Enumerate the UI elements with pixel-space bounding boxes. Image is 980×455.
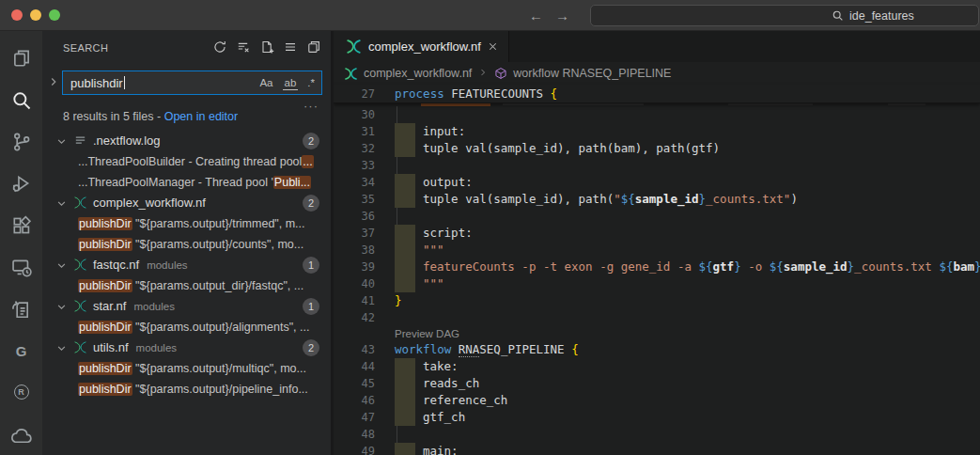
line-number[interactable]: 27 bbox=[334, 85, 375, 103]
back-button[interactable]: ← bbox=[529, 8, 543, 24]
files-icon[interactable] bbox=[0, 38, 42, 79]
code-line[interactable]: 37script: bbox=[334, 225, 980, 242]
code-line[interactable]: 33 bbox=[334, 157, 980, 174]
open-search-editor-icon[interactable] bbox=[305, 39, 321, 55]
line-number[interactable]: 49 bbox=[334, 443, 375, 455]
line-number[interactable]: 37 bbox=[334, 225, 375, 242]
extensions-icon[interactable] bbox=[0, 205, 42, 246]
search-result-match-row[interactable]: publishDir "${params.output}/counts", mo… bbox=[42, 234, 331, 255]
line-number[interactable]: 35 bbox=[334, 191, 375, 208]
code-line[interactable]: 31input: bbox=[334, 123, 980, 140]
minimize-window-button[interactable] bbox=[30, 9, 41, 21]
search-result-file-row[interactable]: complex_workflow.nf2 bbox=[42, 193, 331, 213]
code-line[interactable]: 35tuple val(sample_id), path("${sample_i… bbox=[334, 191, 980, 208]
match-context-after: "${params.output}/multiqc", mo... bbox=[132, 362, 306, 375]
traffic-lights bbox=[11, 9, 60, 21]
line-number[interactable]: 31 bbox=[334, 123, 375, 140]
regex-button[interactable]: .* bbox=[305, 76, 317, 89]
whole-word-button[interactable]: ab bbox=[283, 76, 299, 90]
new-search-editor-icon[interactable] bbox=[258, 39, 274, 55]
file-history-icon[interactable] bbox=[0, 288, 42, 329]
tab-complex-workflow[interactable]: complex_workflow.nf bbox=[334, 31, 509, 62]
code-line[interactable]: 49main: bbox=[334, 443, 980, 455]
clear-search-results-icon[interactable] bbox=[235, 39, 251, 55]
codelens-preview-dag[interactable]: Preview DAG bbox=[395, 326, 459, 341]
line-number[interactable]: 39 bbox=[334, 259, 375, 275]
code-line[interactable]: 30 bbox=[334, 106, 980, 123]
search-result-match-row[interactable]: publishDir "${params.output}/pipeline_in… bbox=[42, 379, 331, 400]
close-tab-icon[interactable] bbox=[487, 40, 499, 53]
code-line[interactable]: 40""" bbox=[334, 275, 980, 292]
code-line[interactable]: 45reads_ch bbox=[334, 375, 980, 392]
code-line[interactable]: 47gtf_ch bbox=[334, 409, 980, 426]
search-result-match-row[interactable]: publishDir "${params.output}/alignments"… bbox=[42, 317, 331, 337]
file-name: utils.nfmodules bbox=[93, 340, 177, 354]
search-result-file-row[interactable]: .nextflow.log2 bbox=[42, 131, 331, 151]
line-number[interactable]: 43 bbox=[334, 341, 375, 358]
search-result-match-row[interactable]: ...ThreadPoolBuilder - Creating thread p… bbox=[42, 151, 331, 172]
code-line[interactable]: 42 bbox=[334, 309, 980, 326]
breadcrumb-symbol[interactable]: workflow RNASEQ_PIPELINE bbox=[513, 67, 671, 80]
search-input[interactable]: publishdir Aaab.* bbox=[62, 71, 322, 95]
cloud-icon[interactable] bbox=[0, 414, 42, 455]
forward-button[interactable]: → bbox=[555, 8, 569, 24]
line-number[interactable]: 47 bbox=[334, 409, 375, 426]
line-number[interactable]: 32 bbox=[334, 140, 375, 157]
code-line[interactable]: 39featureCounts -p -t exon -g gene_id -a… bbox=[334, 259, 980, 275]
chevron-down-icon[interactable] bbox=[54, 259, 69, 275]
code-line[interactable]: 27process FEATURECOUNTS { bbox=[334, 85, 980, 103]
code-line[interactable]: 38""" bbox=[334, 242, 980, 259]
match-highlight: publishDir bbox=[78, 383, 132, 396]
r-language-icon[interactable]: R bbox=[0, 371, 42, 413]
code-line[interactable]: 48 bbox=[334, 426, 980, 443]
code-token: reference_ch bbox=[423, 393, 507, 407]
line-number[interactable]: 40 bbox=[334, 275, 375, 292]
toggle-search-details-button[interactable]: ··· bbox=[303, 99, 319, 113]
search-result-match-row[interactable]: publishDir "${params.output}/multiqc", m… bbox=[42, 358, 331, 379]
match-case-button[interactable]: Aa bbox=[257, 76, 274, 89]
code-line[interactable]: 41} bbox=[334, 292, 980, 309]
open-in-editor-link[interactable]: Open in editor bbox=[164, 110, 239, 123]
search-result-file-row[interactable]: fastqc.nfmodules1 bbox=[42, 255, 331, 275]
refresh-icon[interactable] bbox=[211, 39, 227, 55]
chevron-down-icon[interactable] bbox=[54, 341, 69, 358]
gitlens-icon[interactable]: G bbox=[0, 330, 42, 371]
search-result-match-row[interactable]: ...ThreadPoolManager - Thread pool 'Publ… bbox=[42, 172, 331, 193]
chevron-down-icon[interactable] bbox=[54, 196, 69, 213]
line-number[interactable]: 38 bbox=[334, 242, 375, 259]
code-line[interactable]: 44take: bbox=[334, 358, 980, 375]
code-line[interactable]: 46reference_ch bbox=[334, 392, 980, 409]
search-icon[interactable] bbox=[0, 79, 42, 120]
search-result-file-row[interactable]: utils.nfmodules2 bbox=[42, 337, 331, 358]
search-result-match-row[interactable]: publishDir "${params.output}/trimmed", m… bbox=[42, 213, 331, 234]
line-number[interactable]: 46 bbox=[334, 392, 375, 409]
code-line[interactable]: 32tuple val(sample_id), path(bam), path(… bbox=[334, 140, 980, 157]
line-number[interactable]: 33 bbox=[334, 157, 375, 174]
file-folder-description: modules bbox=[133, 301, 174, 312]
view-as-list-icon[interactable] bbox=[282, 39, 298, 55]
zoom-window-button[interactable] bbox=[49, 9, 60, 21]
toggle-replace-button[interactable] bbox=[47, 75, 60, 92]
line-number[interactable]: 42 bbox=[334, 309, 375, 326]
line-number[interactable]: 45 bbox=[334, 375, 375, 392]
chevron-down-icon[interactable] bbox=[54, 134, 69, 151]
line-number[interactable]: 30 bbox=[334, 106, 375, 123]
line-number[interactable]: 36 bbox=[334, 208, 375, 225]
search-result-match-row[interactable]: publishDir "${params.output_dir}/fastqc"… bbox=[42, 275, 331, 296]
code-line[interactable]: 34output: bbox=[334, 174, 980, 191]
chevron-down-icon[interactable] bbox=[54, 300, 69, 317]
line-number[interactable]: 41 bbox=[334, 292, 375, 309]
sticky-scroll-line[interactable]: 27process FEATURECOUNTS { bbox=[334, 85, 980, 103]
run-debug-icon[interactable] bbox=[0, 163, 42, 204]
line-number[interactable]: 48 bbox=[334, 426, 375, 443]
line-number[interactable]: 34 bbox=[334, 174, 375, 191]
remote-explorer-icon[interactable] bbox=[0, 246, 42, 288]
close-window-button[interactable] bbox=[11, 9, 23, 21]
breadcrumb-file[interactable]: complex_workflow.nf bbox=[364, 67, 472, 80]
source-control-icon[interactable] bbox=[0, 121, 42, 163]
command-center-search[interactable]: ide_features bbox=[590, 5, 979, 26]
search-result-file-row[interactable]: star.nfmodules1 bbox=[42, 296, 331, 317]
code-line[interactable]: 36 bbox=[334, 208, 980, 225]
line-number[interactable]: 44 bbox=[334, 358, 375, 375]
code-line[interactable]: 43workflow RNASEQ_PIPELINE { bbox=[334, 341, 980, 358]
